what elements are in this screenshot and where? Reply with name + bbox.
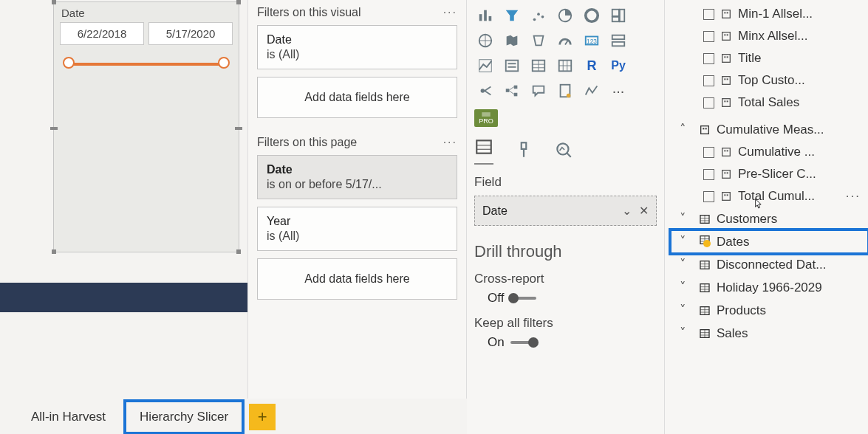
viz-multirow-card-icon[interactable] xyxy=(607,30,629,51)
svg-rect-35 xyxy=(514,93,518,97)
viz-slicer-icon[interactable] xyxy=(501,55,523,76)
filter-condition: is (All) xyxy=(267,48,448,61)
svg-rect-48 xyxy=(722,10,731,18)
viz-arcgis-icon[interactable] xyxy=(581,80,603,101)
tab-all-in-harvest[interactable]: All-in Harvest xyxy=(18,402,119,432)
table-products[interactable]: ˅ Products xyxy=(671,299,868,322)
measure-icon xyxy=(699,124,711,136)
svg-text:123: 123 xyxy=(587,38,597,45)
field-label: Title xyxy=(738,51,762,66)
field-minx-allsel[interactable]: Minx Allsel... xyxy=(671,25,868,47)
viz-tab-analytics[interactable] xyxy=(554,140,573,162)
viz-map-icon[interactable] xyxy=(474,30,496,51)
resize-nw[interactable] xyxy=(52,0,56,4)
group-cumulative-measures[interactable]: ˄ Cumulative Meas... xyxy=(671,118,868,141)
viz-pie-icon[interactable] xyxy=(554,5,576,26)
date-slider[interactable] xyxy=(67,63,225,66)
checkbox[interactable] xyxy=(703,75,714,86)
svg-rect-34 xyxy=(514,86,518,89)
filters-visual-drop[interactable]: Add data fields here xyxy=(257,77,457,118)
viz-key-influencers-icon[interactable] xyxy=(474,80,496,101)
viz-tab-fields[interactable] xyxy=(474,137,493,165)
filters-page-menu[interactable]: ··· xyxy=(443,136,457,149)
checkbox[interactable] xyxy=(703,169,714,180)
checkbox[interactable] xyxy=(703,9,714,20)
table-sales[interactable]: ˅ Sales xyxy=(671,322,868,345)
checkbox[interactable] xyxy=(703,31,714,42)
filter-card-page-date[interactable]: Date is on or before 5/17/... xyxy=(257,155,457,199)
tab-hierarchy-slicer[interactable]: Hierarchy Slicer xyxy=(126,402,242,432)
viz-r-icon[interactable]: R xyxy=(581,55,603,76)
viz-kpi-icon[interactable] xyxy=(474,55,496,76)
table-customers[interactable]: ˅ Customers xyxy=(671,207,868,230)
active-table-badge xyxy=(703,240,711,247)
checkbox[interactable] xyxy=(703,191,714,202)
field-well-remove-icon[interactable]: ✕ xyxy=(639,204,649,218)
checkbox[interactable] xyxy=(703,53,714,64)
field-title[interactable]: Title xyxy=(671,47,868,69)
filter-card-visual-date[interactable]: Date is (All) xyxy=(257,25,457,69)
viz-paginated-icon[interactable] xyxy=(554,80,576,101)
viz-pro-chip[interactable]: PRO xyxy=(474,109,498,127)
svg-rect-53 xyxy=(727,34,728,35)
table-holiday[interactable]: ˅ Holiday 1966-2029 xyxy=(671,276,868,299)
viz-gauge-icon[interactable] xyxy=(554,30,576,51)
resize-se[interactable] xyxy=(236,249,241,254)
svg-rect-73 xyxy=(724,194,725,196)
field-total-sales[interactable]: Total Sales xyxy=(671,92,868,114)
cross-report-toggle[interactable]: Off xyxy=(488,291,536,306)
field-label: Cumulative ... xyxy=(738,145,815,159)
filters-page-drop[interactable]: Add data fields here xyxy=(257,258,457,300)
field-well-chevron-icon[interactable]: ⌄ xyxy=(622,204,632,218)
viz-scatter-icon[interactable] xyxy=(527,5,550,26)
viz-card-icon[interactable]: 123 xyxy=(581,30,603,51)
field-top-custo[interactable]: Top Custo... xyxy=(671,69,868,92)
field-well[interactable]: Date ⌄ ✕ xyxy=(474,196,657,226)
field-pre-slicer[interactable]: Pre-Slicer C... xyxy=(671,163,868,185)
svg-rect-74 xyxy=(727,194,728,196)
viz-python-icon[interactable]: Py xyxy=(607,55,629,76)
svg-rect-16 xyxy=(612,35,625,40)
slider-handle-right[interactable] xyxy=(218,57,230,69)
field-min1-allsel[interactable]: Min-1 Allsel... xyxy=(671,3,868,25)
filter-card-page-year[interactable]: Year is (All) xyxy=(257,207,457,251)
resize-e[interactable] xyxy=(235,127,242,130)
viz-tab-format[interactable] xyxy=(514,140,533,162)
new-page-button[interactable]: + xyxy=(249,404,276,430)
slicer-date-from[interactable]: 6/22/2018 xyxy=(60,22,144,45)
resize-w[interactable] xyxy=(50,127,58,130)
filters-visual-menu[interactable]: ··· xyxy=(443,6,457,19)
viz-filled-map-icon[interactable] xyxy=(501,30,523,51)
slider-handle-left[interactable] xyxy=(63,57,75,69)
field-total-cumul[interactable]: Total Cumul... ··· xyxy=(671,185,868,207)
viz-decomposition-icon[interactable] xyxy=(501,80,523,101)
slicer-date-to[interactable]: 5/17/2020 xyxy=(148,22,233,45)
field-label: Min-1 Allsel... xyxy=(738,7,813,21)
svg-line-13 xyxy=(565,41,568,45)
viz-matrix-icon[interactable] xyxy=(554,55,576,76)
viz-funnel-icon[interactable] xyxy=(501,5,523,26)
field-more-icon[interactable]: ··· xyxy=(846,189,861,204)
viz-treemap-icon[interactable] xyxy=(607,5,629,26)
resize-ne[interactable] xyxy=(236,0,241,4)
viz-shape-map-icon[interactable] xyxy=(527,30,550,51)
checkbox[interactable] xyxy=(703,97,714,108)
field-label: Total Cumul... xyxy=(738,189,815,204)
viz-more-icon[interactable]: ··· xyxy=(607,80,629,101)
keep-filters-toggle[interactable]: On xyxy=(488,335,537,350)
slicer-visual[interactable]: Date 6/22/2018 5/17/2020 xyxy=(53,1,239,252)
table-disconnected-dates[interactable]: ˅ Disconnected Dat... xyxy=(671,253,868,276)
table-dates[interactable]: ˅ Dates xyxy=(671,230,868,253)
checkbox[interactable] xyxy=(703,147,714,158)
svg-rect-55 xyxy=(724,56,725,58)
viz-donut-icon[interactable] xyxy=(581,5,603,26)
table-icon xyxy=(699,282,711,294)
resize-sw[interactable] xyxy=(52,249,56,254)
viz-column-chart-icon[interactable] xyxy=(474,5,496,26)
viz-table-icon[interactable] xyxy=(527,55,550,76)
field-cumulative[interactable]: Cumulative ... xyxy=(671,141,868,163)
viz-qa-icon[interactable] xyxy=(527,80,550,101)
svg-line-32 xyxy=(485,91,491,95)
field-label: Total Sales xyxy=(738,95,799,110)
svg-rect-70 xyxy=(724,172,725,173)
